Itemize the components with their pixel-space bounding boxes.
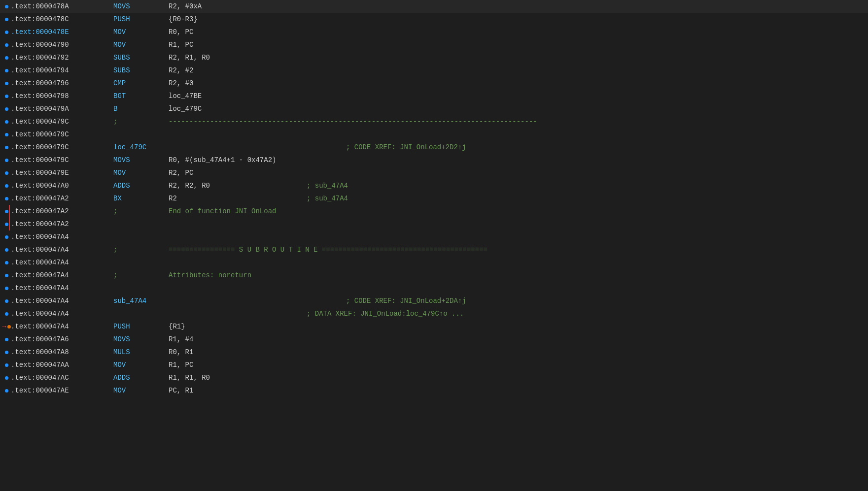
address: .text:0000479E	[11, 169, 109, 177]
breakpoint-dot	[2, 197, 11, 200]
operands: R2, #0	[169, 79, 307, 87]
breakpoint-dot	[2, 184, 11, 188]
breakpoint-dot	[2, 82, 11, 85]
table-row[interactable]: .text:000047A2;End of function JNI_OnLoa…	[0, 205, 868, 218]
comment: ; DATA XREF: JNI_OnLoad:loc_479C↑o ...	[307, 310, 464, 318]
table-row[interactable]: .text:000047A4	[0, 256, 868, 269]
address: .text:0000479C	[11, 118, 109, 126]
mnemonic: ;	[109, 118, 169, 126]
mnemonic: MOV	[109, 387, 169, 394]
address: .text:000047A4	[11, 233, 109, 241]
operands: R2, R1, R0	[169, 54, 307, 62]
table-row[interactable]: .text:0000479Cloc_479C; CODE XREF: JNI_O…	[0, 141, 868, 154]
table-row[interactable]: .text:000047A2	[0, 218, 868, 230]
table-row[interactable]: .text:000047A4;================ S U B R …	[0, 243, 868, 256]
address: .text:00004792	[11, 54, 109, 62]
comment: ; sub_47A4	[307, 195, 348, 202]
operands: R1, PC	[169, 361, 307, 369]
address: .text:000047A4	[11, 271, 109, 279]
table-row[interactable]: .text:000047A8MULSR0, R1	[0, 346, 868, 359]
table-row[interactable]: .text:000047A4;Attributes: noreturn	[0, 269, 868, 282]
operands: loc_47BE	[169, 92, 307, 100]
operands: {R0-R3}	[169, 15, 307, 23]
table-row[interactable]: .text:0000479C;-------------------------…	[0, 115, 868, 128]
address: .text:0000478A	[11, 2, 109, 10]
mnemonic: SUBS	[109, 54, 169, 62]
breakpoint-dot	[2, 261, 11, 264]
operands: loc_479C	[169, 105, 307, 113]
address: .text:000047A8	[11, 348, 109, 356]
mnemonic: B	[109, 105, 169, 113]
breakpoint-dot	[2, 56, 11, 60]
mnemonic: ;	[109, 207, 169, 215]
operands: R1, #4	[169, 335, 307, 343]
breakpoint-dot	[2, 312, 11, 316]
breakpoint-dot	[2, 171, 11, 175]
mnemonic: MOV	[109, 41, 169, 49]
breakpoint-dot	[2, 351, 11, 354]
breakpoint-dot	[2, 159, 11, 162]
operands: R2, PC	[169, 169, 307, 177]
operands: PC, R1	[169, 387, 307, 394]
table-row[interactable]: .text:000047ACADDSR1, R1, R0	[0, 371, 868, 384]
breakpoint-dot	[2, 120, 11, 124]
operands: End of function JNI_OnLoad	[169, 207, 276, 215]
table-row[interactable]: .text:00004798BGTloc_47BE	[0, 90, 868, 102]
operands: Attributes: noreturn	[169, 271, 251, 279]
address: .text:000047A4	[11, 310, 109, 318]
comment: ; CODE XREF: JNI_OnLoad+2DA↑j	[346, 297, 466, 305]
table-row[interactable]: .text:0000479C	[0, 128, 868, 141]
mnemonic: MOVS	[109, 156, 169, 164]
address: .text:00004790	[11, 41, 109, 49]
address: .text:00004794	[11, 66, 109, 74]
table-row[interactable]: .text:000047A4	[0, 282, 868, 295]
operands: R1, R1, R0	[169, 374, 307, 382]
mnemonic: ;	[109, 246, 169, 254]
breakpoint-dot	[2, 133, 11, 136]
breakpoint-dot	[2, 5, 11, 8]
table-row[interactable]: .text:00004790MOVR1, PC	[0, 38, 868, 51]
address: .text:000047AC	[11, 374, 109, 382]
operands: R1, PC	[169, 41, 307, 49]
mnemonic: BX	[109, 195, 169, 202]
mnemonic: MULS	[109, 348, 169, 356]
mnemonic: BGT	[109, 92, 169, 100]
breakpoint-dot	[2, 69, 11, 72]
table-row[interactable]: .text:0000479EMOVR2, PC	[0, 166, 868, 179]
table-row[interactable]: .text:000047A4; DATA XREF: JNI_OnLoad:lo…	[0, 307, 868, 320]
table-row[interactable]: .text:000047AAMOVR1, PC	[0, 359, 868, 371]
table-row[interactable]: .text:000047A4sub_47A4; CODE XREF: JNI_O…	[0, 295, 868, 307]
table-row[interactable]: .text:0000479CMOVSR0, #(sub_47A4+1 - 0x4…	[0, 154, 868, 166]
table-row[interactable]: .text:0000478AMOVSR2, #0xA	[0, 0, 868, 13]
table-row[interactable]: .text:000047AEMOVPC, R1	[0, 384, 868, 397]
table-row[interactable]: .text:000047A4	[0, 230, 868, 243]
comment: ; CODE XREF: JNI_OnLoad+2D2↑j	[346, 143, 466, 151]
address: .text:000047A2	[11, 195, 109, 202]
breakpoint-dot	[2, 338, 11, 341]
breakpoint-dot	[2, 146, 11, 149]
table-row[interactable]: .text:00004796CMPR2, #0	[0, 77, 868, 90]
operands: R2, R2, R0	[169, 182, 307, 190]
breakpoint-dot	[2, 363, 11, 367]
table-row[interactable]: .text:000047A2BXR2; sub_47A4	[0, 192, 868, 205]
address: .text:0000479C	[11, 131, 109, 138]
comment: ; sub_47A4	[307, 182, 348, 190]
table-row[interactable]: .text:00004794SUBSR2, #2	[0, 64, 868, 77]
operands: R2, #0xA	[169, 2, 307, 10]
table-row[interactable]: .text:0000478CPUSH{R0-R3}	[0, 13, 868, 26]
address: .text:000047AE	[11, 387, 109, 394]
mnemonic: ADDS	[109, 182, 169, 190]
table-row[interactable]: .text:000047A0ADDSR2, R2, R0; sub_47A4	[0, 179, 868, 192]
breakpoint-dot	[2, 287, 11, 290]
mnemonic: loc_479C	[109, 143, 208, 151]
breakpoint-dot	[2, 95, 11, 98]
address: .text:000047A4	[11, 323, 109, 330]
table-row[interactable]: .text:0000479ABloc_479C	[0, 102, 868, 115]
table-row[interactable]: →.text:000047A4PUSH{R1}	[0, 320, 868, 333]
table-row[interactable]: .text:0000478EMOVR0, PC	[0, 26, 868, 38]
table-row[interactable]: .text:00004792SUBSR2, R1, R0	[0, 51, 868, 64]
table-row[interactable]: .text:000047A6MOVSR1, #4	[0, 333, 868, 346]
address: .text:0000479A	[11, 105, 109, 113]
address: .text:000047A6	[11, 335, 109, 343]
mnemonic: CMP	[109, 79, 169, 87]
